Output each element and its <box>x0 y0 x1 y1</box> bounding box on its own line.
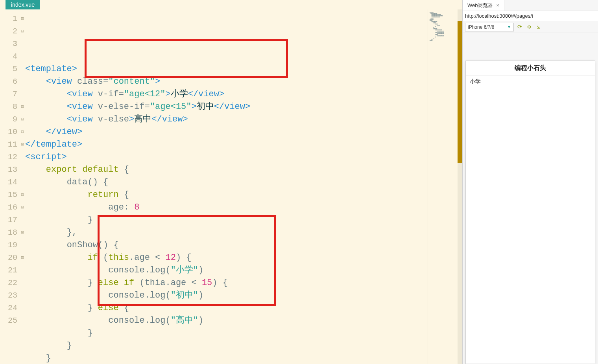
gear-icon[interactable]: ⚙ <box>526 24 533 31</box>
fold-toggle[interactable]: ⊟ <box>20 138 25 151</box>
code-line[interactable]: data() { <box>25 176 428 189</box>
code-line[interactable]: <view v-if="age<12">小学</view> <box>25 88 428 101</box>
browser-url-bar <box>463 11 598 21</box>
line-number: 23 <box>0 289 20 302</box>
fold-toggle[interactable]: ⊟ <box>20 252 25 264</box>
code-line[interactable]: } <box>25 340 428 352</box>
fold-spacer <box>20 88 25 101</box>
line-number: 9 <box>0 113 20 126</box>
browser-url-input[interactable] <box>465 13 596 19</box>
fold-spacer <box>20 277 25 289</box>
browser-tab-bar: Web浏览器 × <box>463 0 598 11</box>
line-number: 4 <box>0 50 20 63</box>
code-line[interactable]: } <box>25 352 428 364</box>
line-number: 8 <box>0 101 20 113</box>
preview-area: 编程小石头 小学 <box>463 33 598 364</box>
line-number: 20 <box>0 252 20 264</box>
editor-body: 1234567891011121314151617181920212223242… <box>0 9 462 364</box>
code-area[interactable]: <template> <view class="content"> <view … <box>25 9 428 364</box>
code-line[interactable]: return { <box>25 189 428 201</box>
fold-spacer <box>20 164 25 176</box>
preview-page-title: 编程小石头 <box>466 61 595 76</box>
line-number: 6 <box>0 75 20 88</box>
browser-tab[interactable]: Web浏览器 × <box>463 0 504 11</box>
code-line[interactable]: <template> <box>25 63 428 75</box>
editor-tab-active[interactable]: index.vue <box>6 0 40 9</box>
code-line[interactable]: <view v-else>高中</view> <box>25 113 428 126</box>
code-line[interactable]: <view v-else-if="age<15">初中</view> <box>25 101 428 113</box>
code-line[interactable]: } <box>25 214 428 226</box>
editor-scrollbar-thumb[interactable] <box>458 21 462 163</box>
line-number-gutter: 1234567891011121314151617181920212223242… <box>0 9 20 364</box>
line-number: 3 <box>0 38 20 50</box>
code-line[interactable]: <script> <box>25 151 428 164</box>
fold-column: ⊟⊟⊟⊟⊟⊟⊟⊟⊟⊟ <box>20 9 25 364</box>
editor-tab-bar: index.vue <box>0 0 462 9</box>
fold-spacer <box>20 176 25 189</box>
line-number: 21 <box>0 264 20 277</box>
device-select-label: iPhone 6/7/8 <box>468 24 494 30</box>
browser-pane: Web浏览器 × iPhone 6/7/8 ▼ ⟳ ⚙ ⇲ 编程小石头 小学 <box>462 0 598 364</box>
code-line[interactable]: export default { <box>25 164 428 176</box>
fold-spacer <box>20 151 25 164</box>
code-line[interactable]: console.log("小学") <box>25 264 428 277</box>
preview-page-body: 小学 <box>466 76 595 364</box>
minimap[interactable]: ████████ ██████████████ ████████████████… <box>428 9 462 364</box>
fold-toggle[interactable]: ⊟ <box>20 13 25 25</box>
line-number: 15 <box>0 189 20 201</box>
line-number: 1 <box>0 13 20 25</box>
device-select[interactable]: iPhone 6/7/8 ▼ <box>465 23 514 31</box>
line-number: 7 <box>0 88 20 101</box>
code-line[interactable]: age: 8 <box>25 201 428 214</box>
minimap-content: ████████ ██████████████ ████████████████… <box>430 12 444 41</box>
close-icon[interactable]: × <box>496 2 500 8</box>
code-line[interactable]: } else if (thia.age < 15) { <box>25 277 428 289</box>
code-line[interactable]: console.log("高中") <box>25 314 428 327</box>
line-number: 24 <box>0 302 20 314</box>
fold-spacer <box>20 214 25 226</box>
fold-spacer <box>20 75 25 88</box>
code-line[interactable]: }, <box>25 226 428 239</box>
chevron-down-icon: ▼ <box>507 25 511 29</box>
editor-pane: index.vue 123456789101112131415161718192… <box>0 0 462 364</box>
code-line[interactable]: onShow() { <box>25 239 428 252</box>
fold-spacer <box>20 314 25 327</box>
fold-spacer <box>20 289 25 302</box>
line-number: 11 <box>0 138 20 151</box>
popout-icon[interactable]: ⇲ <box>535 24 542 31</box>
code-line[interactable]: </template> <box>25 138 428 151</box>
fold-spacer <box>20 264 25 277</box>
fold-spacer <box>20 38 25 50</box>
line-number: 14 <box>0 176 20 189</box>
code-line[interactable]: <view class="content"> <box>25 75 428 88</box>
line-number: 18 <box>0 226 20 239</box>
line-number: 10 <box>0 126 20 138</box>
line-number: 16 <box>0 201 20 214</box>
browser-toolbar: iPhone 6/7/8 ▼ ⟳ ⚙ ⇲ <box>463 21 598 33</box>
code-line[interactable]: } <box>25 327 428 340</box>
line-number: 17 <box>0 214 20 226</box>
fold-toggle[interactable]: ⊟ <box>20 201 25 214</box>
line-number: 2 <box>0 25 20 38</box>
fold-toggle[interactable]: ⊟ <box>20 189 25 201</box>
line-number: 25 <box>0 314 20 327</box>
line-number: 12 <box>0 151 20 164</box>
fold-toggle[interactable]: ⊟ <box>20 101 25 113</box>
fold-spacer <box>20 302 25 314</box>
line-number: 19 <box>0 239 20 252</box>
line-number: 5 <box>0 63 20 75</box>
code-line[interactable]: } else { <box>25 302 428 314</box>
fold-toggle[interactable]: ⊟ <box>20 226 25 239</box>
code-line[interactable]: </view> <box>25 126 428 138</box>
phone-frame: 编程小石头 小学 <box>465 61 595 364</box>
fold-toggle[interactable]: ⊟ <box>20 126 25 138</box>
fold-toggle[interactable]: ⊟ <box>20 113 25 126</box>
fold-spacer <box>20 239 25 252</box>
fold-spacer <box>20 50 25 63</box>
line-number: 13 <box>0 164 20 176</box>
refresh-icon[interactable]: ⟳ <box>516 24 523 31</box>
fold-spacer <box>20 63 25 75</box>
fold-toggle[interactable]: ⊟ <box>20 25 25 38</box>
code-line[interactable]: if (this.age < 12) { <box>25 252 428 264</box>
code-line[interactable]: console.log("初中") <box>25 289 428 302</box>
